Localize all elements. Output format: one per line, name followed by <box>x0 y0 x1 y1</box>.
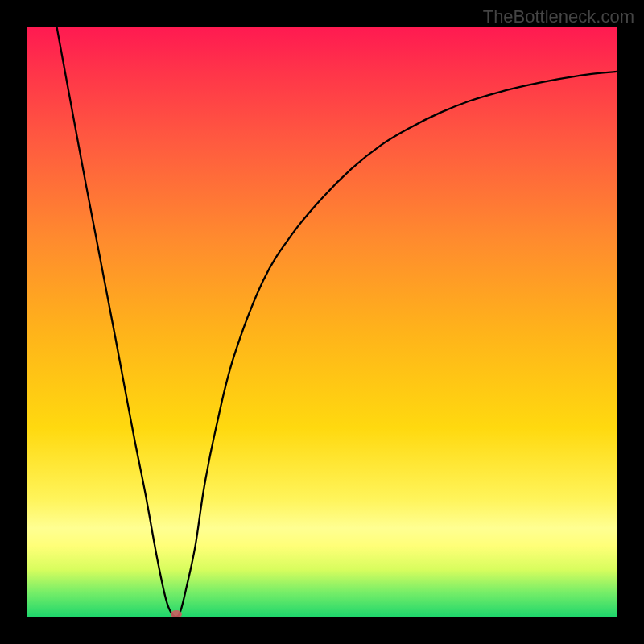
chart-area <box>27 27 617 617</box>
min-marker <box>171 610 182 617</box>
watermark-text: TheBottleneck.com <box>483 6 634 27</box>
bottleneck-curve <box>27 27 617 617</box>
